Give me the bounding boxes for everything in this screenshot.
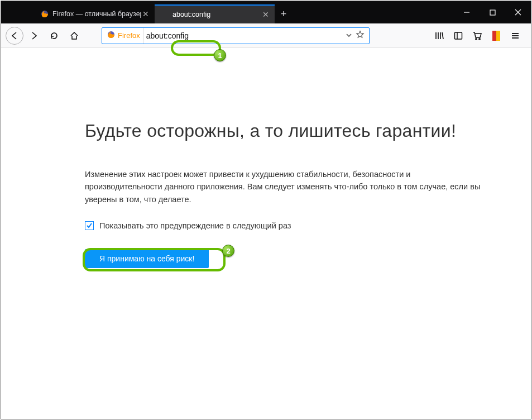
dropdown-icon[interactable]	[346, 31, 352, 41]
generic-page-icon	[160, 10, 169, 19]
url-input[interactable]	[144, 31, 341, 40]
tab-firefox-home[interactable]: Firefox — отличный браузер д ✕	[35, 4, 155, 23]
tab-label: about:config	[172, 11, 261, 18]
close-tab-icon[interactable]: ✕	[141, 9, 150, 18]
checkbox[interactable]	[85, 221, 94, 230]
home-button[interactable]	[65, 27, 84, 45]
svg-rect-10	[455, 32, 462, 39]
nav-toolbar: Firefox	[1, 23, 531, 48]
address-bar[interactable]: Firefox	[102, 27, 370, 44]
close-window-button[interactable]	[505, 1, 531, 23]
bookmark-icon[interactable]	[487, 27, 505, 45]
tab-about-config[interactable]: about:config ✕	[155, 4, 275, 23]
forward-button[interactable]	[25, 27, 44, 45]
reload-button[interactable]	[45, 27, 64, 45]
maximize-button[interactable]	[480, 1, 505, 23]
svg-rect-15	[496, 31, 500, 41]
svg-point-12	[476, 38, 477, 39]
svg-rect-14	[492, 31, 496, 41]
cart-icon[interactable]	[468, 27, 486, 45]
identity-label: Firefox	[118, 31, 140, 40]
star-icon[interactable]	[356, 30, 365, 41]
checkbox-label: Показывать это предупреждение в следующи…	[99, 221, 291, 230]
menu-button[interactable]	[506, 27, 524, 45]
identity-box[interactable]: Firefox	[102, 28, 144, 44]
svg-line-9	[442, 32, 443, 39]
close-tab-icon[interactable]: ✕	[261, 10, 270, 19]
accept-risk-button[interactable]: Я принимаю на себя риск!	[85, 249, 209, 268]
tab-label: Firefox — отличный браузер д	[52, 10, 141, 18]
warning-description: Изменение этих настроек может привести к…	[85, 168, 487, 206]
tab-strip: Firefox — отличный браузер д ✕ about:con…	[1, 1, 454, 23]
window-controls	[454, 1, 531, 23]
sidebar-button[interactable]	[449, 27, 467, 45]
minimize-button[interactable]	[454, 1, 480, 23]
new-tab-button[interactable]: +	[275, 4, 293, 23]
title-bar: Firefox — отличный браузер д ✕ about:con…	[1, 1, 531, 23]
warning-title: Будьте осторожны, а то лишитесь гарантии…	[85, 121, 531, 141]
callout-badge-2: 2	[222, 245, 234, 257]
svg-rect-2	[490, 10, 495, 15]
checkbox-row[interactable]: Показывать это предупреждение в следующи…	[85, 221, 531, 230]
firefox-icon	[40, 9, 49, 18]
page-content: Будьте осторожны, а то лишитесь гарантии…	[1, 48, 531, 419]
firefox-icon	[107, 30, 116, 41]
library-button[interactable]	[430, 27, 448, 45]
callout-badge-1: 1	[214, 49, 226, 61]
svg-point-13	[479, 38, 480, 39]
back-button[interactable]	[6, 27, 23, 45]
